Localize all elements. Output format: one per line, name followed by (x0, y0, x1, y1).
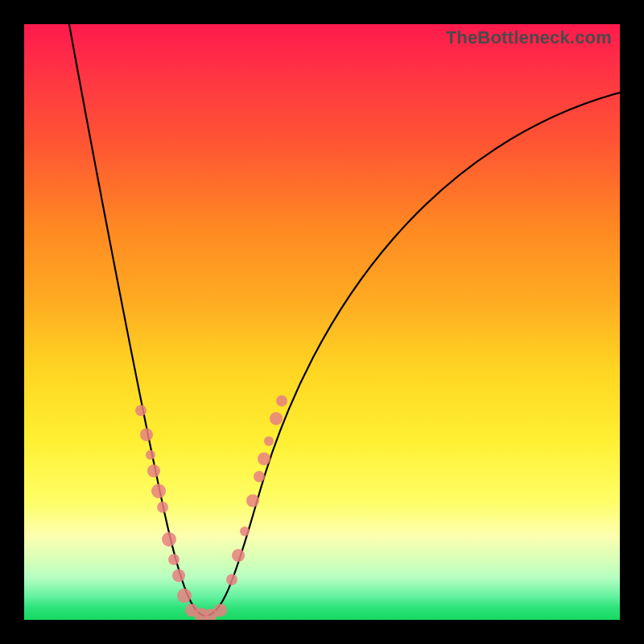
data-point (276, 395, 287, 407)
data-point (258, 452, 270, 465)
chart-frame: TheBottleneck.com (24, 24, 620, 620)
right-branch-dots (226, 395, 287, 585)
data-point (168, 554, 180, 565)
data-point (240, 526, 250, 536)
data-point (157, 502, 168, 513)
trough-dots (185, 604, 227, 620)
data-point (246, 494, 259, 507)
data-point (214, 604, 227, 617)
data-point (162, 532, 176, 547)
data-point (135, 405, 147, 416)
left-branch-dots (135, 405, 192, 603)
data-point (226, 574, 237, 585)
data-point (146, 450, 155, 460)
data-point (140, 428, 153, 441)
data-point (270, 412, 283, 425)
bottleneck-curve-path (68, 24, 620, 616)
data-point (264, 436, 274, 446)
data-point (147, 464, 160, 477)
data-point (172, 569, 185, 582)
data-point (232, 549, 245, 562)
bottleneck-chart (24, 24, 620, 620)
data-point (254, 471, 265, 482)
data-point (177, 588, 192, 603)
data-point (151, 484, 166, 498)
